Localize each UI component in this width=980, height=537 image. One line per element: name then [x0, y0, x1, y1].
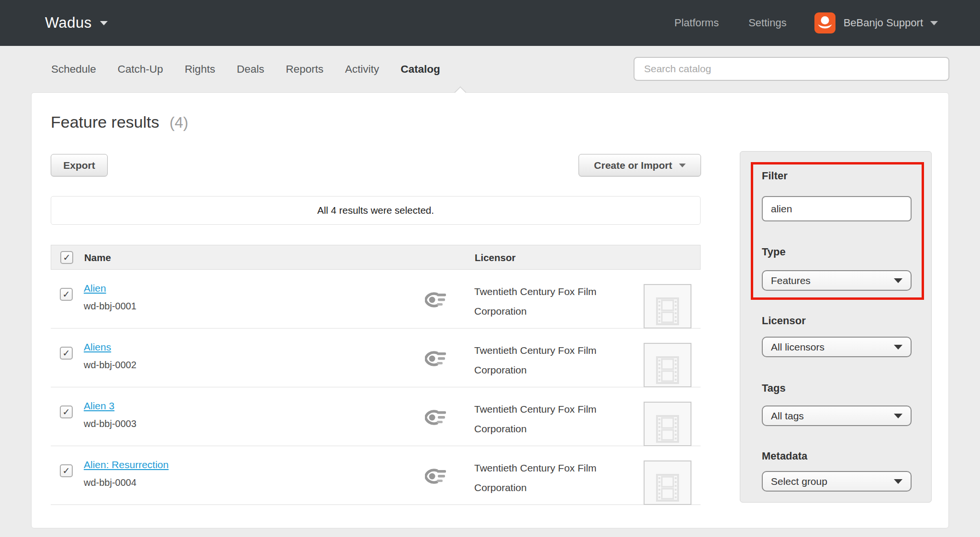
- licensor-cell: Twentieth Century Fox Film Corporation: [474, 282, 611, 321]
- filter-sidebar: Filter Type Features Licensor All licens…: [740, 151, 932, 503]
- table-row: ✓ Aliens wd-bbj-0002 Twentieth Century F…: [51, 329, 701, 387]
- type-select-value: Features: [771, 275, 811, 286]
- top-bar: Wadus Platforms Settings BeBanjo Support: [0, 0, 980, 46]
- results-table: ✓ Name Licensor ✓ Alien wd-bbj-0001 Twen…: [51, 245, 701, 505]
- catalog-panel: Feature results (4) Export Create or Imp…: [31, 92, 949, 528]
- nav-tabs: Schedule Catch-Up Rights Deals Reports A…: [51, 46, 440, 92]
- licensor-cell: Twentieth Century Fox Film Corporation: [474, 458, 611, 497]
- metadata-select[interactable]: Select group: [762, 471, 912, 492]
- app-name: Wadus: [45, 14, 92, 32]
- licensor-cell: Twentieth Century Fox Film Corporation: [474, 399, 611, 438]
- licensor-label: Licensor: [762, 315, 806, 327]
- licensor-select-value: All licensors: [771, 341, 824, 353]
- app-switcher[interactable]: Wadus: [45, 14, 108, 32]
- tab-catch-up[interactable]: Catch-Up: [118, 63, 163, 76]
- chevron-down-icon: [894, 414, 902, 418]
- row-checkbox[interactable]: ✓: [60, 347, 73, 360]
- select-all-checkbox[interactable]: ✓: [60, 251, 73, 264]
- user-menu[interactable]: BeBanjo Support: [814, 12, 938, 33]
- table-header: ✓ Name Licensor: [51, 245, 701, 270]
- tags-label: Tags: [762, 382, 786, 395]
- licensor-select[interactable]: All licensors: [762, 337, 912, 357]
- title-link[interactable]: Alien 3: [84, 400, 114, 412]
- filter-input[interactable]: [762, 196, 912, 221]
- chevron-down-icon: [894, 479, 902, 484]
- metadata-label: Metadata: [762, 450, 807, 462]
- tab-catalog[interactable]: Catalog: [401, 63, 440, 76]
- row-checkbox[interactable]: ✓: [60, 288, 73, 301]
- film-strip-icon: [656, 415, 679, 443]
- poster-placeholder: [644, 460, 691, 505]
- create-or-import-label: Create or Import: [594, 160, 672, 171]
- title-cell: Alien 3 wd-bbj-0003: [84, 400, 136, 429]
- poster-placeholder: [644, 284, 691, 329]
- title-cell: Alien: Resurrection wd-bbj-0004: [84, 459, 168, 488]
- type-select[interactable]: Features: [762, 270, 912, 291]
- search-input[interactable]: [634, 57, 949, 81]
- topbar-right: Platforms Settings BeBanjo Support: [674, 12, 938, 33]
- chevron-down-icon: [100, 21, 108, 25]
- title-cell: Alien wd-bbj-0001: [84, 283, 136, 312]
- column-header-name: Name: [84, 252, 111, 263]
- module-nav: Schedule Catch-Up Rights Deals Reports A…: [0, 46, 980, 92]
- metadata-eye-icon: [425, 292, 447, 308]
- tab-reports[interactable]: Reports: [286, 63, 323, 76]
- table-row: ✓ Alien: Resurrection wd-bbj-0004 Twenti…: [51, 446, 701, 505]
- title-link[interactable]: Aliens: [84, 341, 111, 353]
- title-id: wd-bbj-0004: [84, 477, 168, 488]
- filter-label: Filter: [762, 170, 788, 182]
- metadata-eye-icon: [425, 409, 447, 426]
- tab-deals[interactable]: Deals: [237, 63, 265, 76]
- film-strip-icon: [656, 473, 679, 502]
- title-id: wd-bbj-0003: [84, 418, 136, 429]
- tags-select-value: All tags: [771, 410, 804, 422]
- film-strip-icon: [656, 297, 679, 326]
- metadata-eye-icon: [425, 351, 447, 367]
- chevron-down-icon: [679, 164, 686, 167]
- selection-banner: All 4 results were selected.: [51, 196, 701, 225]
- selection-banner-text: All 4 results were selected.: [317, 205, 434, 216]
- film-strip-icon: [656, 356, 679, 384]
- results-count: (4): [169, 114, 188, 131]
- create-or-import-button[interactable]: Create or Import: [579, 154, 701, 176]
- poster-placeholder: [644, 402, 691, 446]
- tags-select[interactable]: All tags: [762, 405, 912, 426]
- page-title: Feature results (4): [51, 113, 188, 132]
- row-checkbox[interactable]: ✓: [60, 464, 73, 477]
- title-id: wd-bbj-0002: [84, 360, 136, 371]
- title-link[interactable]: Alien: Resurrection: [84, 459, 168, 471]
- licensor-cell: Twentieth Century Fox Film Corporation: [474, 340, 611, 380]
- settings-link[interactable]: Settings: [748, 17, 787, 29]
- table-row: ✓ Alien 3 wd-bbj-0003 Twentieth Century …: [51, 387, 701, 446]
- tab-schedule[interactable]: Schedule: [51, 63, 96, 76]
- bebanjo-logo-icon: [814, 12, 835, 33]
- row-checkbox[interactable]: ✓: [60, 405, 73, 418]
- tab-activity[interactable]: Activity: [345, 63, 379, 76]
- chevron-down-icon: [930, 21, 938, 25]
- title-id: wd-bbj-0001: [84, 301, 136, 312]
- poster-placeholder: [644, 343, 691, 387]
- user-name: BeBanjo Support: [844, 17, 923, 29]
- title-cell: Aliens wd-bbj-0002: [84, 341, 136, 371]
- platforms-link[interactable]: Platforms: [674, 17, 719, 29]
- table-row: ✓ Alien wd-bbj-0001 Twentieth Century Fo…: [51, 270, 701, 329]
- title-link[interactable]: Alien: [84, 283, 106, 294]
- page-title-text: Feature results: [51, 113, 159, 131]
- type-label: Type: [762, 246, 786, 258]
- tab-rights[interactable]: Rights: [185, 63, 215, 76]
- chevron-down-icon: [894, 345, 902, 350]
- column-header-licensor: Licensor: [475, 252, 515, 263]
- chevron-down-icon: [894, 278, 902, 283]
- export-button[interactable]: Export: [51, 154, 108, 176]
- metadata-select-value: Select group: [771, 476, 827, 487]
- metadata-eye-icon: [425, 468, 447, 484]
